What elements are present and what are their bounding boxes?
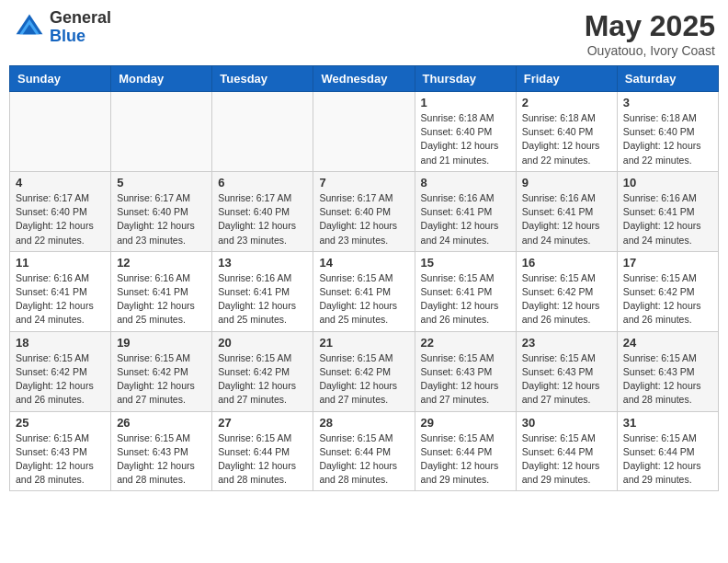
day-header-sunday: Sunday	[10, 66, 111, 92]
day-header-monday: Monday	[111, 66, 212, 92]
day-number: 31	[623, 416, 712, 430]
calendar-cell: 20Sunrise: 6:15 AM Sunset: 6:42 PM Dayli…	[212, 331, 313, 411]
day-info: Sunrise: 6:18 AM Sunset: 6:40 PM Dayligh…	[522, 111, 611, 167]
calendar-cell: 30Sunrise: 6:15 AM Sunset: 6:44 PM Dayli…	[516, 411, 617, 491]
day-number: 13	[218, 256, 307, 270]
month-title: May 2025	[585, 9, 715, 43]
day-number: 26	[117, 416, 206, 430]
day-number: 8	[421, 176, 510, 190]
calendar-cell: 21Sunrise: 6:15 AM Sunset: 6:42 PM Dayli…	[313, 331, 415, 411]
logo-text: General Blue	[50, 9, 111, 46]
day-number: 21	[319, 336, 408, 350]
day-info: Sunrise: 6:15 AM Sunset: 6:43 PM Dayligh…	[522, 351, 611, 408]
calendar-cell: 2Sunrise: 6:18 AM Sunset: 6:40 PM Daylig…	[516, 92, 617, 172]
day-number: 24	[623, 336, 712, 350]
day-info: Sunrise: 6:16 AM Sunset: 6:41 PM Dayligh…	[16, 271, 105, 327]
day-number: 25	[16, 416, 105, 430]
day-info: Sunrise: 6:15 AM Sunset: 6:43 PM Dayligh…	[623, 351, 712, 408]
calendar-cell: 14Sunrise: 6:15 AM Sunset: 6:41 PM Dayli…	[313, 251, 415, 331]
day-info: Sunrise: 6:17 AM Sunset: 6:40 PM Dayligh…	[218, 191, 307, 247]
calendar-week-2: 4Sunrise: 6:17 AM Sunset: 6:40 PM Daylig…	[10, 171, 719, 251]
calendar-cell: 10Sunrise: 6:16 AM Sunset: 6:41 PM Dayli…	[617, 171, 718, 251]
day-header-tuesday: Tuesday	[212, 66, 313, 92]
day-number: 22	[421, 336, 510, 350]
calendar-cell: 16Sunrise: 6:15 AM Sunset: 6:42 PM Dayli…	[516, 251, 617, 331]
calendar-cell	[10, 92, 111, 172]
day-info: Sunrise: 6:17 AM Sunset: 6:40 PM Dayligh…	[319, 191, 408, 247]
calendar-cell: 3Sunrise: 6:18 AM Sunset: 6:40 PM Daylig…	[617, 92, 718, 172]
calendar-cell	[212, 92, 313, 172]
page-header: General Blue May 2025 Ouyatouo, Ivory Co…	[9, 9, 719, 58]
logo-general-text: General	[50, 9, 111, 28]
day-info: Sunrise: 6:15 AM Sunset: 6:44 PM Dayligh…	[218, 431, 307, 488]
day-info: Sunrise: 6:15 AM Sunset: 6:42 PM Dayligh…	[16, 351, 105, 408]
day-info: Sunrise: 6:15 AM Sunset: 6:41 PM Dayligh…	[421, 271, 510, 327]
logo-blue-text: Blue	[50, 28, 111, 46]
day-info: Sunrise: 6:15 AM Sunset: 6:44 PM Dayligh…	[623, 431, 712, 488]
calendar-cell: 25Sunrise: 6:15 AM Sunset: 6:43 PM Dayli…	[10, 411, 111, 491]
day-number: 5	[117, 176, 206, 190]
calendar-cell	[111, 92, 212, 172]
day-info: Sunrise: 6:15 AM Sunset: 6:44 PM Dayligh…	[522, 431, 611, 488]
calendar-cell: 1Sunrise: 6:18 AM Sunset: 6:40 PM Daylig…	[415, 92, 516, 172]
calendar-week-4: 18Sunrise: 6:15 AM Sunset: 6:42 PM Dayli…	[10, 331, 719, 411]
day-number: 23	[522, 336, 611, 350]
day-number: 10	[623, 176, 712, 190]
day-number: 12	[117, 256, 206, 270]
day-number: 27	[218, 416, 307, 430]
day-number: 6	[218, 176, 307, 190]
day-header-friday: Friday	[516, 66, 617, 92]
day-number: 16	[522, 256, 611, 270]
day-number: 28	[319, 416, 408, 430]
calendar-table: SundayMondayTuesdayWednesdayThursdayFrid…	[9, 65, 719, 491]
calendar-cell: 8Sunrise: 6:16 AM Sunset: 6:41 PM Daylig…	[415, 171, 516, 251]
logo-icon	[13, 11, 46, 44]
calendar-cell: 13Sunrise: 6:16 AM Sunset: 6:41 PM Dayli…	[212, 251, 313, 331]
day-info: Sunrise: 6:15 AM Sunset: 6:42 PM Dayligh…	[218, 351, 307, 408]
location-subtitle: Ouyatouo, Ivory Coast	[585, 43, 715, 58]
calendar-week-5: 25Sunrise: 6:15 AM Sunset: 6:43 PM Dayli…	[10, 411, 719, 491]
day-info: Sunrise: 6:15 AM Sunset: 6:42 PM Dayligh…	[319, 351, 408, 408]
day-info: Sunrise: 6:15 AM Sunset: 6:41 PM Dayligh…	[319, 271, 408, 327]
day-info: Sunrise: 6:15 AM Sunset: 6:44 PM Dayligh…	[319, 431, 408, 488]
calendar-cell: 7Sunrise: 6:17 AM Sunset: 6:40 PM Daylig…	[313, 171, 415, 251]
day-info: Sunrise: 6:16 AM Sunset: 6:41 PM Dayligh…	[623, 191, 712, 247]
calendar-cell: 28Sunrise: 6:15 AM Sunset: 6:44 PM Dayli…	[313, 411, 415, 491]
calendar-cell: 23Sunrise: 6:15 AM Sunset: 6:43 PM Dayli…	[516, 331, 617, 411]
day-info: Sunrise: 6:15 AM Sunset: 6:44 PM Dayligh…	[421, 431, 510, 488]
calendar-cell: 5Sunrise: 6:17 AM Sunset: 6:40 PM Daylig…	[111, 171, 212, 251]
day-info: Sunrise: 6:15 AM Sunset: 6:43 PM Dayligh…	[16, 431, 105, 488]
day-info: Sunrise: 6:17 AM Sunset: 6:40 PM Dayligh…	[117, 191, 206, 247]
day-number: 19	[117, 336, 206, 350]
day-number: 3	[623, 96, 712, 109]
logo: General Blue	[13, 9, 111, 46]
day-info: Sunrise: 6:16 AM Sunset: 6:41 PM Dayligh…	[218, 271, 307, 327]
day-info: Sunrise: 6:16 AM Sunset: 6:41 PM Dayligh…	[522, 191, 611, 247]
calendar-cell: 29Sunrise: 6:15 AM Sunset: 6:44 PM Dayli…	[415, 411, 516, 491]
day-number: 9	[522, 176, 611, 190]
day-info: Sunrise: 6:15 AM Sunset: 6:42 PM Dayligh…	[623, 271, 712, 327]
day-number: 15	[421, 256, 510, 270]
day-number: 14	[319, 256, 408, 270]
calendar-cell: 31Sunrise: 6:15 AM Sunset: 6:44 PM Dayli…	[617, 411, 718, 491]
day-header-wednesday: Wednesday	[313, 66, 415, 92]
calendar-cell: 9Sunrise: 6:16 AM Sunset: 6:41 PM Daylig…	[516, 171, 617, 251]
calendar-cell: 24Sunrise: 6:15 AM Sunset: 6:43 PM Dayli…	[617, 331, 718, 411]
day-number: 1	[421, 96, 510, 109]
day-header-saturday: Saturday	[617, 66, 718, 92]
calendar-cell: 18Sunrise: 6:15 AM Sunset: 6:42 PM Dayli…	[10, 331, 111, 411]
calendar-cell: 11Sunrise: 6:16 AM Sunset: 6:41 PM Dayli…	[10, 251, 111, 331]
calendar-cell: 27Sunrise: 6:15 AM Sunset: 6:44 PM Dayli…	[212, 411, 313, 491]
calendar-cell: 15Sunrise: 6:15 AM Sunset: 6:41 PM Dayli…	[415, 251, 516, 331]
day-number: 30	[522, 416, 611, 430]
day-number: 17	[623, 256, 712, 270]
day-number: 7	[319, 176, 408, 190]
day-info: Sunrise: 6:16 AM Sunset: 6:41 PM Dayligh…	[421, 191, 510, 247]
day-header-thursday: Thursday	[415, 66, 516, 92]
calendar-cell: 6Sunrise: 6:17 AM Sunset: 6:40 PM Daylig…	[212, 171, 313, 251]
calendar-cell: 22Sunrise: 6:15 AM Sunset: 6:43 PM Dayli…	[415, 331, 516, 411]
day-info: Sunrise: 6:15 AM Sunset: 6:42 PM Dayligh…	[117, 351, 206, 408]
calendar-cell: 19Sunrise: 6:15 AM Sunset: 6:42 PM Dayli…	[111, 331, 212, 411]
day-number: 2	[522, 96, 611, 109]
day-info: Sunrise: 6:17 AM Sunset: 6:40 PM Dayligh…	[16, 191, 105, 247]
